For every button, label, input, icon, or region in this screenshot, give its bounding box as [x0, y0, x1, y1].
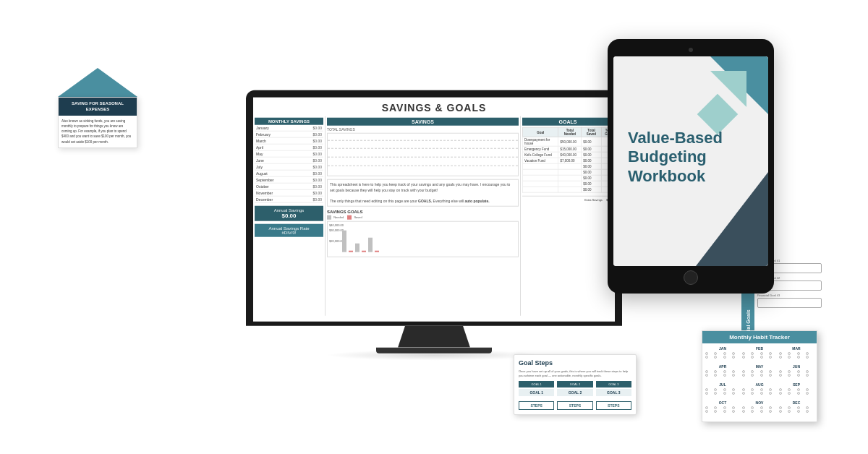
goal-needed: $40,000.00	[558, 152, 582, 158]
col-needed: Total Needed	[558, 127, 582, 137]
habit-nov-label: NOV	[742, 401, 777, 405]
month-name: December	[255, 196, 298, 202]
annual-rate-box: Annual Savings Rate #DIV/0!	[255, 224, 323, 237]
pamphlet-triangle	[58, 68, 137, 97]
month-row: February$0.00	[255, 131, 323, 137]
habit-row-4: OCT NOV DEC	[705, 401, 814, 413]
habit-dec-dots	[779, 406, 814, 413]
dot	[751, 388, 754, 391]
tablet-home-button	[684, 270, 698, 285]
goal-row: Vacation Fund$7,000.00$0.00	[523, 158, 613, 163]
pamphlet-seasonal: SAVING FOR SEASONAL EXPENSES Also known …	[58, 68, 137, 148]
habit-oct: OCT	[705, 401, 740, 413]
goal-needed: $50,000.00	[558, 137, 582, 146]
extra-savings-row: Extra Savings $0.00	[522, 196, 613, 202]
goal-row: $0.00	[523, 181, 613, 187]
habit-jun-label: JUN	[779, 364, 814, 369]
dot	[723, 370, 726, 373]
goal-name: Emergency Fund	[523, 146, 558, 152]
habit-jul: JUL	[705, 382, 740, 395]
ss-goals-section: GOALS Goal Total Needed Total Saved To G…	[521, 116, 615, 316]
goal-saved: $0.00	[582, 158, 601, 163]
month-amount: $0.00	[298, 196, 323, 202]
dot	[797, 370, 800, 373]
goal-col-1: GOAL 1 GOAL 1	[519, 381, 554, 398]
month-name: April	[255, 144, 298, 150]
goal-needed	[558, 175, 582, 181]
goal-col-1-label: GOAL 1	[519, 389, 554, 396]
goal-name: Kid's College Fund	[523, 152, 558, 158]
goal-row: $0.00	[523, 187, 613, 192]
dot	[714, 374, 717, 377]
goal-saved: $0.00	[582, 187, 601, 192]
dot	[742, 388, 745, 391]
habit-aug-label: AUG	[742, 382, 777, 387]
goal-col-3-header: GOAL 3	[596, 381, 631, 387]
dot	[806, 352, 809, 355]
habit-jun-dots	[779, 370, 814, 377]
monitor-stand	[398, 326, 470, 348]
goal3-input	[757, 298, 822, 308]
ss-savings-title: SAVINGS	[327, 118, 519, 126]
dot	[760, 388, 763, 391]
dot	[806, 392, 809, 395]
dot	[760, 410, 763, 413]
dot	[760, 374, 763, 377]
dot	[742, 392, 745, 395]
col-saved: Total Saved	[582, 127, 601, 137]
steps-row: STEPS STEPS STEPS	[519, 401, 631, 410]
desc-text2: The only things that need editing on thi…	[330, 198, 490, 202]
tablet: Value-BasedBudgetingWorkbook	[608, 39, 774, 294]
bar-saved-2	[362, 251, 366, 252]
bar-needed-2	[355, 244, 359, 252]
spreadsheet-title: SAVINGS & GOALS	[253, 98, 615, 116]
dot	[779, 406, 782, 409]
dot	[742, 352, 745, 355]
dot	[797, 392, 800, 395]
habit-mar-dots	[779, 352, 814, 359]
goal-col-2: GOAL 2 GOAL 2	[557, 381, 592, 398]
goal-saved: $0.00	[582, 169, 601, 175]
dot	[797, 410, 800, 413]
dot	[751, 406, 754, 409]
dot	[788, 388, 791, 391]
goal-name	[523, 187, 558, 192]
dot	[769, 356, 772, 359]
goal-saved: $0.00	[582, 152, 601, 158]
goal-name	[523, 181, 558, 187]
goal-col-1-header: GOAL 1	[519, 381, 554, 387]
dot	[797, 374, 800, 377]
dot	[723, 410, 726, 413]
ss-goals-title: GOALS	[522, 118, 613, 126]
dot	[732, 370, 735, 373]
goals-table: Goal Total Needed Total Saved To Go Down…	[522, 127, 613, 193]
dot	[732, 352, 735, 355]
annual-savings-amount: $0.00	[256, 213, 322, 219]
habit-feb: FEB	[742, 346, 777, 359]
dot	[769, 410, 772, 413]
goal-needed	[558, 181, 582, 187]
pamphlet-seasonal-header: SAVING FOR SEASONAL EXPENSES	[59, 98, 137, 116]
goal-row: $0.00	[523, 175, 613, 181]
habit-grid: JAN FEB MAR	[702, 343, 817, 421]
goal-name: Downpayment for house	[523, 137, 558, 146]
dot	[732, 356, 735, 359]
month-row: November$0.00	[255, 189, 323, 196]
habit-row-2: APR MAY JUN	[705, 364, 814, 377]
month-name: August	[255, 170, 298, 176]
month-amount: $0.00	[298, 131, 323, 137]
habit-sep: SEP	[779, 382, 814, 395]
dot	[714, 406, 717, 409]
month-name: May	[255, 150, 298, 157]
month-row: September$0.00	[255, 176, 323, 183]
dot	[760, 352, 763, 355]
habit-may: MAY	[742, 364, 777, 377]
month-row: May$0.00	[255, 150, 323, 157]
dot	[742, 406, 745, 409]
dot	[760, 356, 763, 359]
goal-col-2-label: GOAL 2	[557, 389, 592, 396]
goal-saved: $0.00	[582, 175, 601, 181]
habit-row-1: JAN FEB MAR	[705, 346, 814, 359]
dot	[806, 406, 809, 409]
spreadsheet: SAVINGS & GOALS MONTHLY SAVINGS January$…	[253, 98, 615, 322]
